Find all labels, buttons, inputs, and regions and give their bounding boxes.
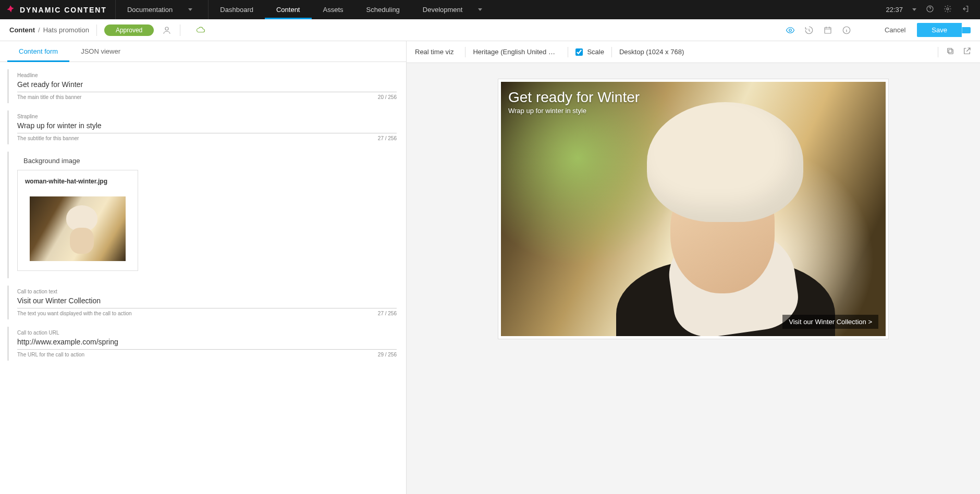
device-label: Desktop (1024 x 768) <box>619 48 684 56</box>
help-icon[interactable] <box>926 5 934 15</box>
divider <box>465 47 466 57</box>
nav-content-label: Content <box>276 6 300 14</box>
chevron-down-icon <box>188 8 192 11</box>
nav-development-label: Development <box>423 6 463 14</box>
divider <box>96 24 97 36</box>
save-button[interactable]: Save <box>917 23 962 37</box>
history-icon[interactable] <box>803 24 815 36</box>
scale-label: Scale <box>587 48 604 56</box>
field-headline-counter: 20 / 256 <box>378 94 397 100</box>
locale-label: Heritage (English United Ki… <box>473 48 556 56</box>
topbar: DYNAMIC CONTENT Documentation Dashboard … <box>0 0 980 19</box>
field-headline-help: The main title of this banner <box>17 94 81 100</box>
divider <box>938 47 938 57</box>
bg-section-label: Background image <box>23 157 80 165</box>
logout-icon[interactable] <box>961 5 970 15</box>
field-cta-text-counter: 27 / 256 <box>378 311 397 316</box>
chevron-down-icon <box>478 8 482 11</box>
open-external-icon[interactable] <box>962 46 972 57</box>
field-bg-image: Background image woman-white-hat-winter.… <box>7 152 397 278</box>
field-strapline: Strapline The subtitle for this banner 2… <box>7 110 397 144</box>
svg-rect-8 <box>948 48 952 53</box>
nav-assets-label: Assets <box>323 6 344 14</box>
image-card[interactable]: woman-white-hat-winter.jpg <box>17 170 138 271</box>
divider <box>180 24 180 36</box>
headline-input[interactable] <box>17 78 397 92</box>
nav-scheduling[interactable]: Scheduling <box>355 0 411 19</box>
bg-section-toggle[interactable]: Background image <box>17 155 397 170</box>
breadcrumb-sep: / <box>35 26 43 34</box>
field-cta-text-label: Call to action text <box>17 289 397 294</box>
preview-icon[interactable] <box>785 24 796 36</box>
divider <box>611 47 612 57</box>
field-headline-label: Headline <box>17 72 397 78</box>
svg-point-1 <box>930 10 930 11</box>
nav-content[interactable]: Content <box>265 0 312 19</box>
nav-documentation-label: Documentation <box>127 6 173 14</box>
locale-select[interactable]: Heritage (English United Ki… <box>473 48 560 56</box>
image-filename: woman-white-hat-winter.jpg <box>25 178 130 185</box>
preview-frame: Get ready for Winter Wrap up for winter … <box>498 79 889 339</box>
preview-stage: Get ready for Winter Wrap up for winter … <box>407 63 980 494</box>
viz-mode-select[interactable]: Real time viz <box>415 48 458 56</box>
tab-content-form[interactable]: Content form <box>7 41 69 61</box>
banner-strapline: Wrap up for winter in style <box>508 107 640 115</box>
field-cta-url-label: Call to action URL <box>17 330 397 336</box>
nav-dashboard-label: Dashboard <box>220 6 253 14</box>
field-strapline-help: The subtitle for this banner <box>17 135 79 141</box>
status-badge[interactable]: Approved <box>104 24 154 36</box>
viz-mode-label: Real time viz <box>415 48 454 56</box>
calendar-icon[interactable] <box>822 24 834 36</box>
field-strapline-label: Strapline <box>17 114 397 119</box>
cloud-sync-icon[interactable] <box>195 24 206 36</box>
breadcrumb-root[interactable]: Content <box>9 26 35 34</box>
svg-point-3 <box>165 27 168 30</box>
user-icon[interactable] <box>161 24 173 36</box>
breadcrumb-leaf: Hats promotion <box>43 26 89 34</box>
field-cta-url-counter: 29 / 256 <box>378 352 397 357</box>
divider <box>568 47 568 57</box>
cancel-button[interactable]: Cancel <box>878 23 912 37</box>
cta-url-input[interactable] <box>17 336 397 350</box>
svg-rect-7 <box>949 50 953 54</box>
preview-pane: Real time viz Heritage (English United K… <box>407 41 980 494</box>
preview-toolbar: Real time viz Heritage (English United K… <box>407 41 980 63</box>
field-cta-url-help: The URL for the call to action <box>17 352 84 357</box>
image-thumbnail <box>30 196 126 261</box>
nav-documentation[interactable]: Documentation <box>116 0 209 19</box>
clock: 22:37 <box>886 6 903 14</box>
banner-cta[interactable]: Visit our Winter Collection > <box>782 315 878 329</box>
banner-text: Get ready for Winter Wrap up for winter … <box>508 89 640 115</box>
svg-point-4 <box>789 29 792 31</box>
chevron-down-icon[interactable] <box>912 8 916 11</box>
strapline-input[interactable] <box>17 119 397 133</box>
brand-block: DYNAMIC CONTENT <box>0 0 116 19</box>
field-cta-text: Call to action text The text you want di… <box>7 286 397 319</box>
nav-scheduling-label: Scheduling <box>366 6 400 14</box>
form-tabs: Content form JSON viewer <box>0 41 406 62</box>
banner-preview: Get ready for Winter Wrap up for winter … <box>501 82 886 336</box>
form-body: Headline The main title of this banner 2… <box>0 62 406 377</box>
nav-development[interactable]: Development <box>411 0 494 19</box>
info-icon[interactable] <box>841 24 852 36</box>
device-select[interactable]: Desktop (1024 x 768) <box>619 48 688 56</box>
field-cta-text-help: The text you want displayed with the cal… <box>17 311 132 316</box>
field-strapline-counter: 27 / 256 <box>378 135 397 141</box>
gear-icon[interactable] <box>944 5 952 15</box>
tab-json-viewer[interactable]: JSON viewer <box>69 41 132 61</box>
scale-toggle[interactable]: Scale <box>575 48 604 56</box>
cta-text-input[interactable] <box>17 294 397 308</box>
brand-text: DYNAMIC CONTENT <box>20 6 107 14</box>
subbar: Content / Hats promotion Approved Cancel… <box>0 19 980 41</box>
nav-assets[interactable]: Assets <box>312 0 355 19</box>
svg-rect-5 <box>825 27 831 33</box>
banner-headline: Get ready for Winter <box>508 89 640 106</box>
save-dropdown-button[interactable] <box>962 27 971 33</box>
field-headline: Headline The main title of this banner 2… <box>7 69 397 103</box>
scale-checkbox[interactable] <box>575 48 583 56</box>
nav-dashboard[interactable]: Dashboard <box>209 0 265 19</box>
copy-icon[interactable] <box>946 46 955 57</box>
svg-point-2 <box>947 8 949 10</box>
form-pane: Content form JSON viewer Headline The ma… <box>0 41 407 494</box>
brand-logo-icon <box>6 5 15 15</box>
